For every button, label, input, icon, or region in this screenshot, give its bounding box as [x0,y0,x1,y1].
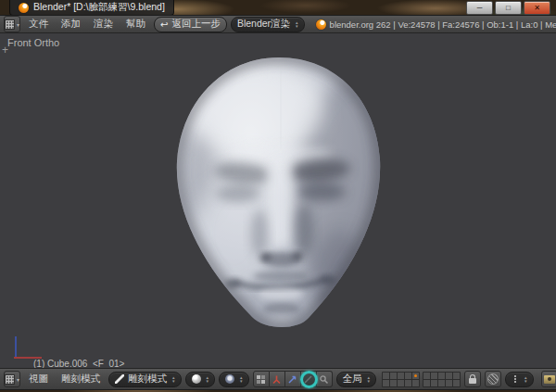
screencast-click-indicator [300,371,318,388]
layer-cell[interactable] [446,380,452,386]
layer-cell[interactable] [412,380,419,386]
layer-cell[interactable] [383,373,389,379]
back-arrow-icon: ↩ [160,19,168,30]
info-editor-icon [5,19,15,30]
menu-help[interactable]: 幫助 [121,18,150,31]
layers-group-2[interactable] [423,372,461,387]
translate-manipulator-icon [272,374,282,385]
toolshelf-expand-button[interactable]: + [2,44,8,56]
axis-z-indicator [15,336,17,359]
scene-statistics: blender.org 262 | Ve:24578 | Fa:24576 | … [316,19,556,30]
layer-cell[interactable] [390,380,397,386]
solid-shading-icon [192,374,201,384]
layer-cell[interactable] [431,380,437,386]
lock-to-scene-button[interactable] [464,371,481,387]
blender-logo-icon [316,19,326,30]
layer-cell-active[interactable] [412,373,419,379]
stepper-icon[interactable]: ▴▾ [368,375,371,383]
layer-cell[interactable] [390,373,397,379]
render-engine-value: Blender渲染 [237,18,290,31]
blender-logo-icon [19,3,29,13]
editor-type-button-info[interactable]: ▾ [4,16,20,32]
proportional-edit-button[interactable] [485,371,501,387]
layer-cell[interactable] [383,380,389,386]
layer-cell[interactable] [438,380,445,386]
menu-view[interactable]: 視圖 [24,373,53,386]
viewport-3d[interactable]: Front Ortho + [0,33,556,368]
layer-cell[interactable] [453,380,460,386]
menu-file[interactable]: 文件 [24,18,53,31]
lock-icon [469,378,476,384]
info-bar: ▾ 文件 添加 渲染 幫助 ↩ 返回上一步 Blender渲染 ▴▾ blend… [0,16,556,33]
sculpt-brush-icon [115,374,124,384]
layer-cell[interactable] [446,373,452,379]
stepper-icon[interactable]: ▴▾ [240,375,243,383]
mode-select[interactable]: 雕刻模式 ▴▾ [108,372,182,387]
3dview-editor-icon [5,374,15,385]
layer-cell[interactable] [423,373,430,379]
rotate-manipulator-button[interactable] [285,371,301,387]
layer-cell[interactable] [431,373,437,379]
stepper-icon[interactable]: ▴▾ [172,375,175,383]
translate-manipulator-button[interactable] [270,371,285,387]
center-points-toggle-button[interactable] [253,371,270,387]
pivot-point-select[interactable]: ▴▾ [219,372,249,387]
stepper-icon[interactable]: ▴▾ [207,375,209,383]
rotate-manipulator-icon [287,374,297,385]
minimize-button[interactable]: ─ [466,1,493,15]
menu-render[interactable]: 渲染 [89,18,118,31]
transform-orientation-value: 全局 [343,373,362,386]
proportional-edit-icon [487,373,499,385]
manipulator-display-icon [319,374,329,385]
transform-orientation-select[interactable]: 全局 ▴▾ [336,372,377,387]
manipulator-display-button[interactable] [317,371,333,387]
opengl-render-button[interactable] [541,371,556,387]
window-title: Blender* [D:\臉部練習\9.blend] [33,1,165,14]
pivot-point-icon [225,374,234,384]
stepper-icon[interactable]: ▴▾ [296,20,298,28]
active-object-info: (1) Cube.006 <F_01> [33,359,124,368]
menu-add[interactable]: 添加 [57,18,85,31]
camera-render-icon [544,375,555,384]
undo-back-button[interactable]: ↩ 返回上一步 [154,17,227,32]
layer-cell[interactable] [423,380,430,386]
editor-type-button-3dview[interactable]: ▾ [4,371,20,387]
layer-cell[interactable] [398,373,404,379]
layer-cell[interactable] [453,373,460,379]
window-title-tab[interactable]: Blender* [D:\臉部練習\9.blend] [9,0,174,16]
scene-statistics-text: blender.org 262 | Ve:24578 | Fa:24576 | … [330,19,556,30]
center-points-icon [256,374,266,385]
layer-cell[interactable] [405,380,411,386]
close-button[interactable]: ✕ [524,1,550,15]
chevron-down-icon: ▾ [17,21,19,28]
view-orientation-label: Front Ortho [7,37,59,48]
layers-group-1[interactable] [382,372,420,387]
undo-back-label: 返回上一步 [171,18,221,31]
chevron-down-icon: ▾ [17,376,19,383]
snap-element-select[interactable]: ▴▾ [505,372,534,387]
viewport-header: ▾ 視圖 雕刻模式 雕刻模式 ▴▾ ▴▾ ▴▾ [0,368,556,389]
mode-value: 雕刻模式 [128,373,167,386]
layers-widget[interactable] [382,372,461,387]
layer-cell[interactable] [398,380,404,386]
window-controls: ─ □ ✕ [466,1,550,15]
maximize-button[interactable]: □ [495,1,522,15]
menu-sculpt[interactable]: 雕刻模式 [57,373,105,386]
sculpted-face-model[interactable] [162,52,394,344]
blender-window: ▾ 文件 添加 渲染 幫助 ↩ 返回上一步 Blender渲染 ▴▾ blend… [0,16,556,389]
manipulator-toggle-group [253,371,333,387]
layer-cell[interactable] [405,373,411,379]
render-engine-select[interactable]: Blender渲染 ▴▾ [231,17,305,32]
layer-cell[interactable] [438,373,445,379]
stepper-icon[interactable]: ▴▾ [524,375,527,383]
viewport-shading-select[interactable]: ▴▾ [185,372,216,387]
snap-increment-icon [514,375,516,377]
